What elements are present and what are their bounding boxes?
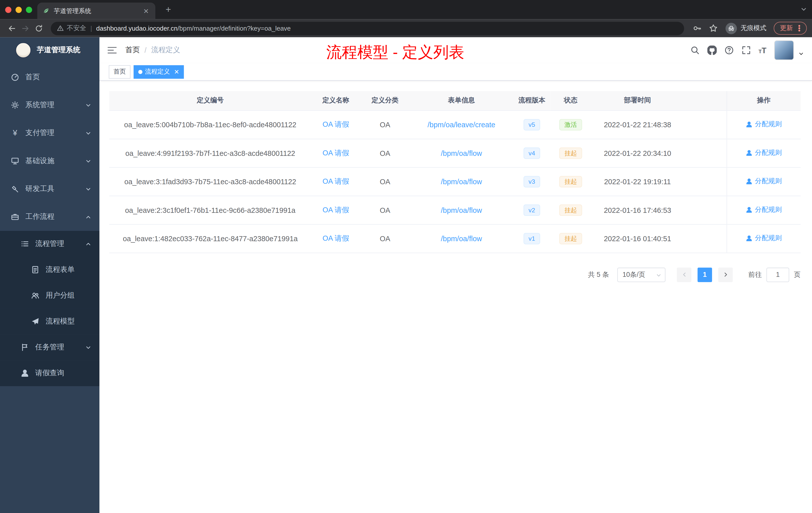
pagination-goto: 前往 页 <box>748 267 801 282</box>
next-page-button[interactable] <box>718 267 733 282</box>
hamburger-icon[interactable] <box>107 46 117 55</box>
send-icon <box>31 317 39 326</box>
assign-rule-link[interactable]: 分配规则 <box>746 177 782 186</box>
goto-page-input[interactable] <box>766 267 789 282</box>
breadcrumb-separator: / <box>144 46 146 55</box>
sidebar-item-task-manage[interactable]: 任务管理 <box>0 334 99 360</box>
form-info-link[interactable]: /bpm/oa/flow <box>441 206 482 214</box>
help-icon[interactable] <box>724 46 734 55</box>
tag-close-icon[interactable]: ✕ <box>174 68 179 75</box>
user-icon <box>746 121 752 128</box>
col-status: 状态 <box>550 91 591 110</box>
definition-name-link[interactable]: OA 请假 <box>323 148 349 157</box>
window-controls <box>5 7 32 13</box>
sidebar: 芋道管理系统 首页系统管理¥支付管理基础设施研发工具工作流程流程管理流程表单用户… <box>0 37 99 513</box>
tag-home[interactable]: 首页 <box>109 65 130 79</box>
tab-close-icon[interactable]: ✕ <box>142 7 150 15</box>
minimize-window-button[interactable] <box>16 7 22 13</box>
new-tab-button[interactable]: + <box>163 3 174 15</box>
incognito-label: 无痕模式 <box>741 24 766 33</box>
sidebar-item-infrastructure[interactable]: 基础设施 <box>0 147 99 175</box>
col-filler <box>684 91 727 110</box>
assign-rule-link[interactable]: 分配规则 <box>746 120 782 129</box>
maximize-window-button[interactable] <box>26 7 32 13</box>
prev-page-button[interactable] <box>677 267 692 282</box>
cell-status: 挂起 <box>550 139 591 167</box>
cell-form-info: /bpm/oa/flow <box>409 224 513 252</box>
kebab-menu-icon[interactable] <box>795 24 803 32</box>
definition-name-link[interactable]: OA 请假 <box>323 205 349 214</box>
flag-icon <box>21 343 29 351</box>
cell-deploy-time: 2022-01-22 19:19:11 <box>591 167 684 195</box>
fullscreen-icon[interactable] <box>742 46 751 55</box>
form-info-link[interactable]: /bpm/oa/flow <box>441 234 482 242</box>
app-navbar: 首页 / 流程定义 流程模型 - 定义列表 TT <box>99 37 812 63</box>
cell-form-info: /bpm/oa/flow <box>409 167 513 195</box>
password-key-icon[interactable] <box>693 24 702 33</box>
bookmark-star-icon[interactable] <box>709 24 718 33</box>
breadcrumb-home[interactable]: 首页 <box>125 46 140 55</box>
forward-button[interactable] <box>19 22 32 35</box>
assign-rule-link[interactable]: 分配规则 <box>746 148 782 157</box>
cell-action: 分配规则 <box>727 167 801 195</box>
definition-name-link[interactable]: OA 请假 <box>323 177 349 185</box>
browser-toolbar: 不安全 | dashboard.yudao.iocoder.cn/bpm/man… <box>0 19 812 37</box>
page-size-select[interactable]: 10条/页 <box>617 267 666 282</box>
cell-category: OA <box>360 196 410 224</box>
sidebar-item-process-manage[interactable]: 流程管理 <box>0 231 99 257</box>
sidebar-item-label: 任务管理 <box>35 342 64 352</box>
tag-process-definition[interactable]: 流程定义 ✕ <box>134 65 184 79</box>
assign-rule-link[interactable]: 分配规则 <box>746 205 782 214</box>
sidebar-item-home[interactable]: 首页 <box>0 63 99 91</box>
definition-name-link[interactable]: OA 请假 <box>323 234 349 242</box>
update-chip[interactable]: 更新 <box>774 22 807 35</box>
form-info-link[interactable]: /bpm/oa/leave/create <box>428 120 495 129</box>
sidebar-item-process-form[interactable]: 流程表单 <box>0 257 99 282</box>
assign-rule-link[interactable]: 分配规则 <box>746 234 782 243</box>
cell-form-info: /bpm/oa/leave/create <box>409 110 513 139</box>
security-label[interactable]: 不安全 <box>67 24 86 33</box>
user-avatar[interactable] <box>774 40 794 60</box>
sidebar-item-payment[interactable]: ¥支付管理 <box>0 119 99 147</box>
yen-icon: ¥ <box>11 129 19 137</box>
sidebar-item-dev-tools[interactable]: 研发工具 <box>0 175 99 203</box>
cell-category: OA <box>360 139 410 167</box>
search-icon[interactable] <box>690 46 699 55</box>
cell-deploy-time: 2022-01-22 20:34:10 <box>591 139 684 167</box>
sidebar-item-user-group[interactable]: 用户分组 <box>0 282 99 308</box>
col-definition-name: 定义名称 <box>311 91 360 110</box>
address-bar[interactable]: 不安全 | dashboard.yudao.iocoder.cn/bpm/man… <box>51 22 684 35</box>
url-path: /bpm/manager/definition?key=oa_leave <box>177 25 291 32</box>
sidebar-logo[interactable]: 芋道管理系统 <box>0 37 99 63</box>
reload-button[interactable] <box>32 22 46 35</box>
github-icon[interactable] <box>707 46 717 55</box>
version-tag: v2 <box>523 204 540 216</box>
version-tag: v4 <box>523 147 540 159</box>
sidebar-item-label: 流程模型 <box>46 317 75 326</box>
status-tag: 激活 <box>559 119 582 130</box>
close-window-button[interactable] <box>5 7 11 13</box>
back-button[interactable] <box>5 22 19 35</box>
tab-search-chevron-icon[interactable] <box>801 6 807 12</box>
browser-tab[interactable]: 芋道管理系统 ✕ <box>37 2 155 19</box>
sidebar-item-leave-query[interactable]: 请假查询 <box>0 360 99 386</box>
form-info-link[interactable]: /bpm/oa/flow <box>441 177 482 185</box>
sidebar-item-system[interactable]: 系统管理 <box>0 91 99 119</box>
sidebar-item-workflow[interactable]: 工作流程 <box>0 203 99 231</box>
cell-definition-id: oa_leave:5:004b710b-7b8a-11ec-8ef0-acde4… <box>109 110 311 139</box>
cell-action: 分配规则 <box>727 139 801 167</box>
font-size-icon[interactable]: TT <box>758 46 766 55</box>
sidebar-item-process-model[interactable]: 流程模型 <box>0 308 99 334</box>
avatar-caret-icon[interactable] <box>799 51 804 57</box>
page-content: 定义编号 定义名称 定义分类 表单信息 流程版本 状态 部署时间 操作 oa_l… <box>99 81 812 513</box>
version-tag: v5 <box>523 119 540 130</box>
current-page-button[interactable]: 1 <box>697 267 712 282</box>
user-icon <box>21 369 29 378</box>
cell-version: v4 <box>513 139 551 167</box>
sidebar-item-label: 请假查询 <box>35 369 64 378</box>
briefcase-icon <box>11 213 19 221</box>
definition-name-link[interactable]: OA 请假 <box>323 120 349 128</box>
tool-icon <box>11 185 19 193</box>
sidebar-item-label: 工作流程 <box>25 212 55 221</box>
form-info-link[interactable]: /bpm/oa/flow <box>441 149 482 157</box>
